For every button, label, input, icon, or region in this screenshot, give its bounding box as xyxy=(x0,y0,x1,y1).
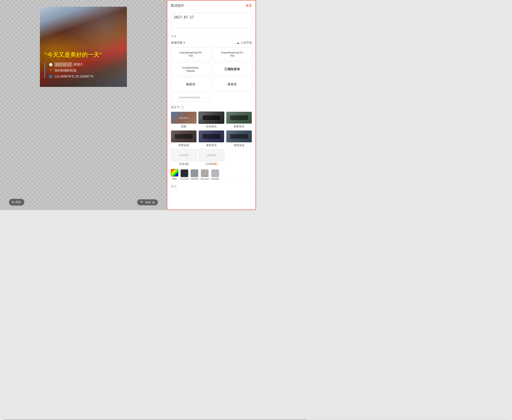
font-grid-partial: JasonHandwriting2-... xyxy=(167,93,256,104)
bottom-toolbar: ⧉ 对比 🔍 34% ⊕ xyxy=(0,199,167,206)
font-item-3[interactable]: 江城知音体 xyxy=(212,63,252,76)
font-section-label: 字体 xyxy=(167,32,256,40)
compare-label: 对比 xyxy=(16,200,21,204)
weekday-text: 星期六 xyxy=(74,63,83,67)
font-item-0[interactable]: imamaFangYuanTiVThin xyxy=(171,47,210,61)
date-highlight: 2017.07.17 xyxy=(54,62,72,67)
inpaint-thumb-liquid2 xyxy=(226,130,252,142)
coordinates-text: 113.405678°E 23.135967°N xyxy=(54,75,93,78)
canvas-area: "今天又是美好的一天" 🕐 2017.07.17 星期六 📍 洛杉矶国际机场 🌐… xyxy=(0,0,167,210)
color-swatch-3[interactable] xyxy=(201,169,209,177)
panel-title: 取消选中 xyxy=(171,4,184,8)
font-item-1[interactable]: imamaFangYuanTiVThin xyxy=(212,47,252,61)
inpaint-thyme-smear[interactable]: 泰莱涂抹 xyxy=(171,130,197,147)
text-input[interactable]: 2017.07.17 xyxy=(171,13,252,29)
inpaint-liquid-smear[interactable]: 液体涂抹 xyxy=(226,130,252,147)
zoom-expand-icon: ⊕ xyxy=(152,201,155,204)
globe-icon: 🌐 xyxy=(49,74,53,78)
upload-cloud-icon: ☁ xyxy=(236,41,240,45)
inpaint-auto[interactable]: 自动填充 xyxy=(198,112,224,128)
date-line: 🕐 2017.07.17 星期六 xyxy=(49,62,122,67)
cloud-ai-thumb: 点击生成 xyxy=(198,149,224,161)
font-item-5[interactable]: 像素体 xyxy=(212,78,252,91)
inpaint-thyme[interactable]: 泰莱填充 xyxy=(226,112,252,128)
font-item-2[interactable]: GenShinGothic-Regular xyxy=(171,63,210,76)
style-section-label: 样式 xyxy=(167,183,256,190)
upload-font-button[interactable]: ☁ 上传字体 xyxy=(236,41,252,45)
inpaint-thumb-original: 2017.07.17 xyxy=(171,112,197,124)
scroll-area xyxy=(167,190,256,192)
compare-button[interactable]: ⧉ 对比 xyxy=(9,199,24,206)
color-label-1: #272c33 xyxy=(180,178,189,180)
font-controls: 本地字体 ☁ 上传字体 xyxy=(167,40,256,46)
color-item-1[interactable]: #272c33 xyxy=(180,169,189,180)
compare-icon: ⧉ xyxy=(12,200,14,204)
photo-text-overlay: "今天又是美好的一天" 🕐 2017.07.17 星期六 📍 洛杉矶国际机场 🌐… xyxy=(44,51,122,80)
inpaint-label-liquid: 液体填充 xyxy=(206,143,217,147)
quote-text: "今天又是美好的一天" xyxy=(44,51,122,59)
color-item-4[interactable]: #b5b6bc xyxy=(211,169,219,180)
cloud-ai-label: 云AI(5🔥) xyxy=(205,162,217,166)
local-font-label: 本地字体 xyxy=(171,41,182,45)
info-lines: 🕐 2017.07.17 星期六 📍 洛杉矶国际机场 🌐 113.405678°… xyxy=(44,62,122,78)
color-rainbow-label: 颜色 xyxy=(172,177,177,180)
inpaint-thumb-auto xyxy=(198,112,224,124)
search-icon: 🔍 xyxy=(140,201,144,204)
color-section: 颜色 #272c33 #8f989d #aeaaa5 #b5b6bc xyxy=(167,168,256,183)
color-swatch-1[interactable] xyxy=(181,169,188,177)
inpaint-thumb-liquid xyxy=(198,130,224,142)
chevron-down-icon xyxy=(183,42,185,43)
reset-button[interactable]: 重置 xyxy=(246,4,252,8)
location-text: 洛杉矶国际机场 xyxy=(54,69,76,73)
location-line: 📍 洛杉矶国际机场 xyxy=(49,69,122,73)
inpaint-label-liquid-smear: 液体涂抹 xyxy=(234,143,244,147)
inpaint-liquid[interactable]: 液体填充 xyxy=(198,130,224,147)
font-dropdown[interactable]: 本地字体 xyxy=(171,41,185,45)
ai-local-label: AI(本地) xyxy=(179,162,188,166)
text-input-section: 2017.07.17 xyxy=(167,10,256,32)
inpaint-thumb-thyme2 xyxy=(171,130,197,142)
inpaint-thumb-thyme xyxy=(226,112,252,124)
inpaint-label-original: 原图 xyxy=(181,125,186,128)
location-icon: 📍 xyxy=(49,69,53,73)
font-item-4[interactable]: 像素体 xyxy=(171,78,210,91)
color-swatch-4[interactable] xyxy=(211,169,219,177)
color-rainbow-item[interactable]: 颜色 xyxy=(171,169,178,180)
upload-font-label: 上传字体 xyxy=(240,41,252,45)
color-item-3[interactable]: #aeaaa5 xyxy=(201,169,209,180)
font-item-partial[interactable]: JasonHandwriting2-... xyxy=(171,93,210,102)
color-item-2[interactable]: #8f989d xyxy=(190,169,198,180)
rainbow-swatch[interactable] xyxy=(171,169,178,177)
cloud-ai-item[interactable]: 点击生成 云AI(5🔥) xyxy=(198,149,224,166)
color-label-4: #b5b6bc xyxy=(211,178,219,180)
ai-grid: 点击生成 AI(本地) 点击生成 云AI(5🔥) xyxy=(167,149,256,168)
ai-local-thumb: 点击生成 xyxy=(171,149,197,161)
ai-local-item[interactable]: 点击生成 AI(本地) xyxy=(171,149,197,166)
zoom-level: 34% xyxy=(145,201,151,204)
inpaint-label-thyme: 泰莱填充 xyxy=(234,125,244,128)
clock-icon: 🕐 xyxy=(49,63,53,67)
panel-header: 取消选中 重置 xyxy=(167,0,256,10)
inpaint-label-thyme-smear: 泰莱涂抹 xyxy=(178,143,189,147)
color-label-3: #aeaaa5 xyxy=(201,178,209,180)
inpaint-grid: 2017.07.17 原图 自动填充 泰莱填充 xyxy=(167,111,256,149)
help-icon[interactable]: ? xyxy=(180,105,184,109)
original-text-section: 原文字 ? xyxy=(167,104,256,111)
inpaint-original[interactable]: 2017.07.17 原图 xyxy=(171,112,197,128)
inpaint-label-auto: 自动填充 xyxy=(206,125,217,128)
color-swatch-2[interactable] xyxy=(191,169,198,177)
zoom-control[interactable]: 🔍 34% ⊕ xyxy=(137,199,158,205)
color-label-2: #8f989d xyxy=(190,178,198,180)
coordinates-line: 🌐 113.405678°E 23.135967°N xyxy=(49,74,122,78)
right-panel: 取消选中 重置 2017.07.17 字体 本地字体 ☁ 上传字体 imamaF… xyxy=(167,0,256,210)
photo-card: "今天又是美好的一天" 🕐 2017.07.17 星期六 📍 洛杉矶国际机场 🌐… xyxy=(40,7,127,87)
font-grid: imamaFangYuanTiVThin imamaFangYuanTiVThi… xyxy=(167,46,256,93)
original-text-label: 原文字 xyxy=(171,105,179,109)
date-text-on-thumb: 2017.07.17 xyxy=(179,117,188,119)
